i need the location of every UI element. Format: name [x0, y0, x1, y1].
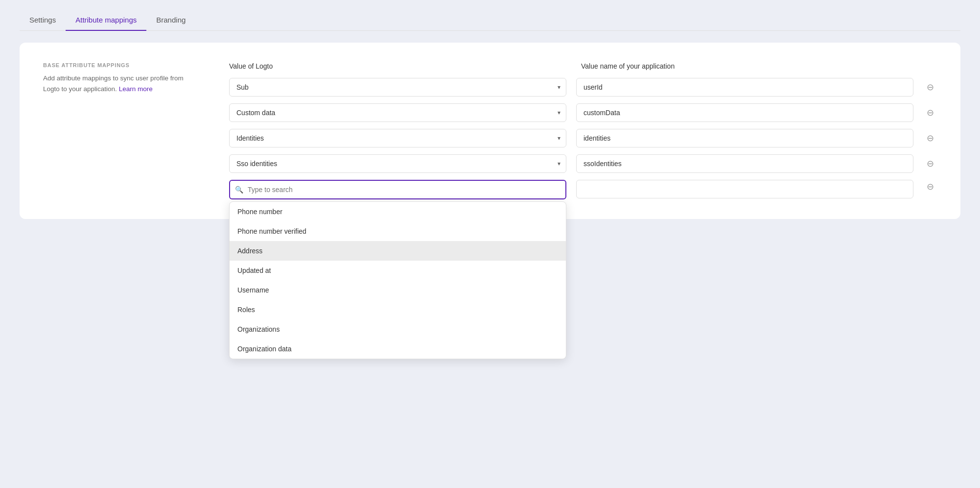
dropdown-item-username[interactable]: Username [230, 280, 566, 300]
logto-select-2[interactable]: Custom data [229, 103, 566, 122]
logto-select-wrapper-4: Sso identities ▾ [229, 154, 566, 173]
remove-button-1[interactable]: ⊖ [923, 80, 937, 94]
col-header-logto: Value of Logto [229, 62, 561, 70]
new-app-value-wrapper [576, 180, 913, 198]
dropdown-item-organization-data[interactable]: Organization data [230, 339, 566, 359]
tab-attribute-mappings[interactable]: Attribute mappings [66, 10, 146, 31]
search-input[interactable] [229, 180, 566, 199]
mapping-row-4: Sso identities ▾ ⊖ [229, 154, 937, 173]
dropdown-item-updated-at[interactable]: Updated at [230, 261, 566, 280]
columns-header: Value of Logto Value name of your applic… [229, 62, 937, 70]
remove-button-3[interactable]: ⊖ [923, 131, 937, 145]
logto-select-wrapper-2: Custom data ▾ [229, 103, 566, 122]
search-wrapper: 🔍 Phone number Phone number verified Add… [229, 180, 566, 199]
mapping-row-3: Identities ▾ ⊖ [229, 129, 937, 147]
mapping-row-1: Sub ▾ ⊖ [229, 78, 937, 97]
remove-button-new[interactable]: ⊖ [923, 180, 937, 194]
logto-select-3[interactable]: Identities [229, 129, 566, 147]
app-value-input-2[interactable] [576, 103, 913, 122]
app-input-wrapper-4 [576, 154, 913, 173]
tab-branding[interactable]: Branding [146, 10, 195, 31]
right-panel: Value of Logto Value name of your applic… [229, 62, 937, 199]
col-header-app: Value name of your application [581, 62, 913, 70]
learn-more-link[interactable]: Learn more [119, 85, 153, 93]
app-value-input-4[interactable] [576, 154, 913, 173]
dropdown-scroll-container: Phone number Phone number verified Addre… [230, 202, 566, 359]
tab-settings[interactable]: Settings [20, 10, 66, 31]
card: BASE ATTRIBUTE MAPPINGS Add attribute ma… [20, 43, 960, 219]
new-app-value-input[interactable] [576, 180, 913, 198]
dropdown-item-phone-number[interactable]: Phone number [230, 202, 566, 221]
left-panel: BASE ATTRIBUTE MAPPINGS Add attribute ma… [43, 62, 200, 199]
app-input-wrapper-3 [576, 129, 913, 147]
dropdown-item-phone-number-verified[interactable]: Phone number verified [230, 221, 566, 241]
logto-select-wrapper-1: Sub ▾ [229, 78, 566, 97]
app-input-wrapper-1 [576, 78, 913, 97]
remove-button-2[interactable]: ⊖ [923, 106, 937, 120]
dropdown-menu: Phone number Phone number verified Addre… [229, 201, 566, 359]
remove-button-4[interactable]: ⊖ [923, 157, 937, 171]
app-value-input-1[interactable] [576, 78, 913, 97]
search-mapping-row: 🔍 Phone number Phone number verified Add… [229, 180, 937, 199]
logto-select-wrapper-3: Identities ▾ [229, 129, 566, 147]
tabs-bar: Settings Attribute mappings Branding [20, 10, 960, 31]
mapping-row-2: Custom data ▾ ⊖ [229, 103, 937, 122]
app-input-wrapper-2 [576, 103, 913, 122]
page-container: Settings Attribute mappings Branding BAS… [0, 0, 980, 488]
app-value-input-3[interactable] [576, 129, 913, 147]
section-description: Add attribute mappings to sync user prof… [43, 73, 200, 94]
section-title: BASE ATTRIBUTE MAPPINGS [43, 62, 200, 68]
logto-select-1[interactable]: Sub [229, 78, 566, 97]
logto-select-4[interactable]: Sso identities [229, 154, 566, 173]
dropdown-item-address[interactable]: Address [230, 241, 566, 261]
dropdown-item-organizations[interactable]: Organizations [230, 319, 566, 339]
dropdown-item-roles[interactable]: Roles [230, 300, 566, 319]
